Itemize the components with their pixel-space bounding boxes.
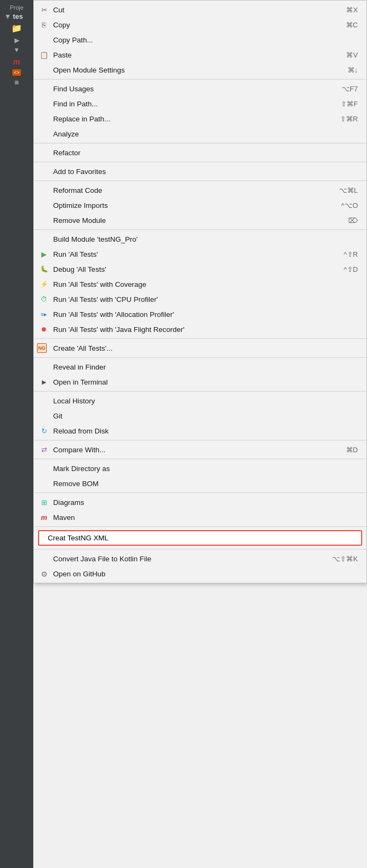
section-mark: Mark Directory as Remove BOM <box>34 459 366 493</box>
sidebar-arrow-right[interactable]: ▶ <box>13 35 20 45</box>
project-label: Proje <box>2 3 31 12</box>
menu-item-replace-in-path[interactable]: Replace in Path... ⇧⌘R <box>34 111 366 126</box>
github-icon: ⊙ <box>39 569 49 578</box>
menu-item-add-to-favorites[interactable]: Add to Favorites <box>34 164 366 179</box>
sidebar-maven-m: m <box>11 55 22 68</box>
menu-item-copy-path[interactable]: Copy Path... <box>34 32 366 47</box>
menu-item-compare-with[interactable]: ⇄ Compare With... ⌘D <box>34 442 366 457</box>
run-icon: ▶ <box>39 249 49 259</box>
menu-item-creat-testng-xml[interactable]: Creat TestNG XML <box>38 530 362 546</box>
section-edit: ✂ Cut ⌘X ⎘ Copy ⌘C Copy Path... 📋 Paste … <box>34 1 366 79</box>
debug-icon: 🐛 <box>39 264 49 274</box>
menu-item-convert-java-to-kotlin[interactable]: Convert Java File to Kotlin File ⌥⇧⌘K <box>34 551 366 566</box>
menu-item-reload-from-disk[interactable]: ↻ Reload from Disk <box>34 423 366 438</box>
section-history: Local History Git ↻ Reload from Disk <box>34 392 366 440</box>
testng-icon: NG <box>37 343 47 353</box>
reload-icon: ↻ <box>39 426 49 436</box>
section-create: NG Create 'All Tests'... <box>34 339 366 358</box>
section-favorites: Add to Favorites <box>34 162 366 181</box>
menu-item-run-with-coverage[interactable]: ⚡ Run 'All Tests' with Coverage <box>34 277 366 292</box>
menu-item-reformat-code[interactable]: Reformat Code ⌥⌘L <box>34 183 366 198</box>
section-find: Find Usages ⌥F7 Find in Path... ⇧⌘F Repl… <box>34 79 366 143</box>
menu-item-cut[interactable]: ✂ Cut ⌘X <box>34 2 366 17</box>
menu-item-local-history[interactable]: Local History <box>34 393 366 408</box>
copy-icon: ⎘ <box>39 20 49 30</box>
diagrams-icon: ⊞ <box>39 497 49 507</box>
section-code: Reformat Code ⌥⌘L Optimize Imports ^⌥O R… <box>34 181 366 230</box>
menu-item-git[interactable]: Git <box>34 408 366 423</box>
menu-item-open-in-terminal[interactable]: ▶ Open in Terminal <box>34 374 366 389</box>
menu-item-remove-bom[interactable]: Remove BOM <box>34 476 366 491</box>
menu-item-refactor[interactable]: Refactor <box>34 145 366 160</box>
menu-item-run-alloc-profiler[interactable]: ≡▸ Run 'All Tests' with 'Allocation Prof… <box>34 307 366 322</box>
sidebar-arrow-down[interactable]: ▼ <box>12 45 21 55</box>
section-refactor: Refactor <box>34 143 366 162</box>
menu-item-analyze[interactable]: Analyze <box>34 126 366 141</box>
cpu-profiler-icon: ⏱ <box>39 294 49 304</box>
menu-item-diagrams[interactable]: ⊞ Diagrams <box>34 495 366 510</box>
menu-item-reveal-in-finder[interactable]: Reveal in Finder <box>34 359 366 374</box>
section-testng-highlighted: Creat TestNG XML <box>34 527 366 549</box>
section-convert: Convert Java File to Kotlin File ⌥⇧⌘K ⊙ … <box>34 549 366 583</box>
menu-item-run-all-tests[interactable]: ▶ Run 'All Tests' ^⇧R <box>34 247 366 262</box>
menu-item-remove-module[interactable]: Remove Module ⌦ <box>34 213 366 228</box>
menu-item-maven[interactable]: m Maven <box>34 510 366 525</box>
sidebar-test-item[interactable]: ▼ tes <box>2 12 31 21</box>
paste-icon: 📋 <box>39 50 49 60</box>
section-finder: Reveal in Finder ▶ Open in Terminal <box>34 358 366 392</box>
menu-item-build-module[interactable]: Build Module 'testNG_Pro' <box>34 232 366 247</box>
expand-arrow: ▼ <box>4 12 11 20</box>
menu-item-run-cpu-profiler[interactable]: ⏱ Run 'All Tests' with 'CPU Profiler' <box>34 292 366 307</box>
menu-item-find-in-path[interactable]: Find in Path... ⇧⌘F <box>34 96 366 111</box>
terminal-icon: ▶ <box>39 377 49 387</box>
menu-item-open-on-github[interactable]: ⊙ Open on GitHub <box>34 566 366 581</box>
sidebar-folder-1[interactable]: 📁 <box>9 21 24 35</box>
menu-item-debug-all-tests[interactable]: 🐛 Debug 'All Tests' ^⇧D <box>34 262 366 277</box>
menu-item-paste[interactable]: 📋 Paste ⌘V <box>34 47 366 62</box>
compare-icon: ⇄ <box>39 445 49 454</box>
sidebar-panel: Proje ▼ tes 📁 ▶ ▼ m <> ■ <box>0 0 33 868</box>
alloc-profiler-icon: ≡▸ <box>39 309 49 319</box>
sidebar-module-icon: ■ <box>13 77 20 88</box>
menu-item-copy[interactable]: ⎘ Copy ⌘C <box>34 17 366 32</box>
section-tools: ⊞ Diagrams m Maven <box>34 493 366 527</box>
menu-item-mark-directory[interactable]: Mark Directory as <box>34 461 366 476</box>
menu-item-create-all-tests[interactable]: NG Create 'All Tests'... <box>34 341 366 356</box>
menu-item-open-module-settings[interactable]: Open Module Settings ⌘↓ <box>34 62 366 77</box>
cut-icon: ✂ <box>39 5 49 15</box>
coverage-icon: ⚡ <box>39 279 49 289</box>
maven-icon: m <box>39 512 49 522</box>
menu-item-find-usages[interactable]: Find Usages ⌥F7 <box>34 81 366 96</box>
context-menu: ✂ Cut ⌘X ⎘ Copy ⌘C Copy Path... 📋 Paste … <box>33 0 367 583</box>
sidebar-xml-badge: <> <box>12 69 21 76</box>
section-build-run: Build Module 'testNG_Pro' ▶ Run 'All Tes… <box>34 230 366 339</box>
menu-item-run-jfr[interactable]: ⏺ Run 'All Tests' with 'Java Flight Reco… <box>34 322 366 337</box>
menu-item-optimize-imports[interactable]: Optimize Imports ^⌥O <box>34 198 366 213</box>
section-compare: ⇄ Compare With... ⌘D <box>34 440 366 459</box>
jfr-icon: ⏺ <box>39 324 49 334</box>
